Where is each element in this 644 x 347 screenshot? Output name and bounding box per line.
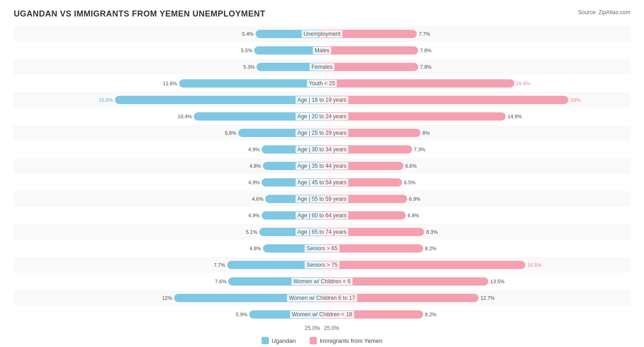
left-side: 5.5% xyxy=(14,45,322,55)
bars-area: 7.7% 16.5% Seniors > 75 xyxy=(14,257,630,273)
row-inner: 4.8% 6.6% Age | 35 to 44 years xyxy=(14,158,630,174)
val-left: 4.6% xyxy=(252,196,263,202)
bar-left xyxy=(262,178,322,187)
row-inner: 6.8% 8% Age | 25 to 29 years xyxy=(14,125,630,141)
right-side: 6.6% xyxy=(322,161,630,171)
val-right: 6.9% xyxy=(409,196,420,202)
bars-area: 7.6% 13.5% Women w/ Children < 6 xyxy=(14,274,630,289)
bar-right xyxy=(322,244,423,253)
right-side: 7.8% xyxy=(322,45,630,55)
val-right: 7.8% xyxy=(420,64,431,70)
bar-left xyxy=(115,96,322,104)
legend: Ugandan Immigrants from Yemen xyxy=(14,337,630,344)
left-side: 4.9% xyxy=(14,210,322,220)
left-side: 12% xyxy=(14,293,322,303)
bar-left xyxy=(194,112,322,121)
chart-row: 11.6% 15.6% Youth < 25 xyxy=(14,76,630,91)
bar-right xyxy=(322,228,424,236)
bar-left xyxy=(228,277,322,286)
left-side: 6.8% xyxy=(14,128,322,138)
chart-title: UGANDAN VS IMMIGRANTS FROM YEMEN UNEMPLO… xyxy=(14,9,265,19)
bar-right xyxy=(322,46,418,55)
right-side: 8.3% xyxy=(322,227,630,237)
left-side: 5.3% xyxy=(14,62,322,72)
val-right: 7.8% xyxy=(420,48,431,53)
right-side: 8.2% xyxy=(322,309,630,319)
val-right: 6.5% xyxy=(404,180,415,185)
val-left: 7.7% xyxy=(214,262,225,268)
bars-area: 5.4% 7.7% Unemployment xyxy=(14,26,630,42)
val-left: 12% xyxy=(162,295,172,301)
bar-left xyxy=(263,162,322,170)
val-left: 6.8% xyxy=(225,130,236,136)
legend-yemen: Immigrants from Yemen xyxy=(310,337,382,344)
chart-row: 5.3% 7.8% Females xyxy=(14,59,630,75)
legend-ugandan: Ugandan xyxy=(262,337,296,344)
row-inner: 11.6% 15.6% Youth < 25 xyxy=(14,76,630,91)
legend-ugandan-label: Ugandan xyxy=(272,337,296,344)
axis-row: 25.0% 25.0% xyxy=(14,325,630,331)
right-side: 8% xyxy=(322,128,630,138)
row-inner: 4.9% 6.5% Age | 45 to 54 years xyxy=(14,175,630,190)
val-left: 5.5% xyxy=(241,48,252,53)
bars-area: 16.8% 20% Age | 16 to 19 years xyxy=(14,92,630,108)
bar-left xyxy=(238,129,322,137)
bar-right xyxy=(322,310,423,319)
val-left: 16.8% xyxy=(99,97,113,103)
bar-left xyxy=(256,30,322,38)
legend-ugandan-box xyxy=(262,337,269,344)
chart-row: 4.6% 6.9% Age | 55 to 59 years xyxy=(14,191,630,207)
bar-left xyxy=(262,145,322,154)
val-right: 8% xyxy=(422,130,430,136)
bars-area: 5.3% 7.8% Females xyxy=(14,59,630,75)
axis-left-label: 25.0% xyxy=(303,325,322,331)
bar-left xyxy=(259,228,322,236)
axis-right: 25.0% xyxy=(322,325,630,331)
chart-container: UGANDAN VS IMMIGRANTS FROM YEMEN UNEMPLO… xyxy=(0,0,644,347)
bars-area: 10.4% 14.9% Age | 20 to 24 years xyxy=(14,109,630,124)
bar-left xyxy=(179,79,322,88)
bar-left xyxy=(174,294,322,302)
right-side: 15.6% xyxy=(322,78,630,88)
val-right: 6.6% xyxy=(405,163,417,169)
bar-right xyxy=(322,277,488,286)
val-left: 10.4% xyxy=(178,114,192,119)
bar-right xyxy=(322,261,525,269)
left-side: 5.1% xyxy=(14,227,322,237)
val-left: 5.1% xyxy=(246,229,257,235)
right-side: 12.7% xyxy=(322,293,630,303)
row-inner: 5.3% 7.8% Females xyxy=(14,59,630,75)
bars-area: 6.8% 8% Age | 25 to 29 years xyxy=(14,125,630,141)
val-right: 13.5% xyxy=(490,279,504,284)
val-left: 5.9% xyxy=(236,312,247,317)
bar-right xyxy=(322,145,412,154)
right-side: 7.3% xyxy=(322,144,630,154)
right-side: 13.5% xyxy=(322,276,630,286)
bar-right xyxy=(322,162,404,170)
chart-row: 4.8% 8.2% Seniors > 65 xyxy=(14,241,630,256)
val-right: 16.5% xyxy=(527,262,541,268)
row-inner: 4.6% 6.9% Age | 55 to 59 years xyxy=(14,191,630,207)
val-left: 5.3% xyxy=(243,64,255,70)
val-right: 14.9% xyxy=(508,114,522,119)
val-left: 5.4% xyxy=(242,31,254,37)
left-side: 11.6% xyxy=(14,78,322,88)
chart-row: 4.8% 6.6% Age | 35 to 44 years xyxy=(14,158,630,174)
right-side: 14.9% xyxy=(322,111,630,121)
val-left: 11.6% xyxy=(163,81,177,86)
val-right: 20% xyxy=(570,97,580,103)
right-side: 7.7% xyxy=(322,29,630,39)
row-inner: 5.4% 7.7% Unemployment xyxy=(14,26,630,42)
chart-row: 6.8% 8% Age | 25 to 29 years xyxy=(14,125,630,141)
val-left: 7.6% xyxy=(215,279,226,284)
bar-left xyxy=(262,211,322,220)
left-side: 16.8% xyxy=(14,95,322,105)
bar-left xyxy=(249,310,322,319)
chart-row: 16.8% 20% Age | 16 to 19 years xyxy=(14,92,630,108)
bars-area: 4.9% 6.5% Age | 45 to 54 years xyxy=(14,175,630,190)
val-right: 7.7% xyxy=(419,31,430,37)
rows-container: 5.4% 7.7% Unemployment xyxy=(14,26,630,322)
bar-right xyxy=(322,112,506,121)
row-inner: 5.1% 8.3% Age | 65 to 74 years xyxy=(14,224,630,240)
left-side: 4.9% xyxy=(14,144,322,154)
